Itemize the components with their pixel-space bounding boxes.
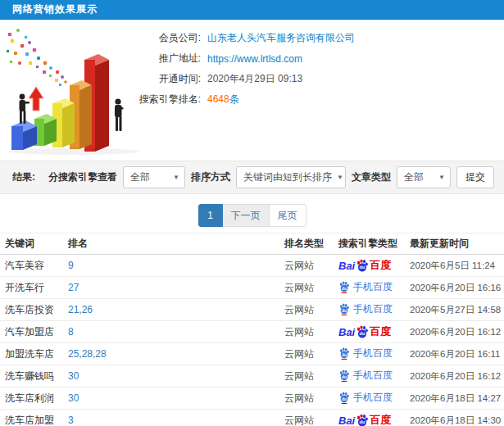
baidu-paw-icon: du	[356, 259, 369, 272]
engine-select-value: 全部	[130, 170, 150, 184]
promo-url-label: 推广地址:	[131, 52, 201, 66]
pagination: 1 下一页 尾页	[0, 204, 504, 227]
table-row: 洗车赚钱吗 30 云网站 Bai du 百度	[0, 365, 504, 387]
company-row: 会员公司: 山东老人头汽车服务咨询有限公司	[131, 28, 492, 48]
open-time-label: 开通时间:	[131, 72, 201, 86]
mobile-baidu-logo: du 手机百度	[338, 280, 393, 294]
promo-url-link[interactable]: https://www.lrtlsd.com	[207, 53, 302, 65]
engine-cell: Bai du 百度	[334, 410, 410, 426]
page-1-button[interactable]: 1	[198, 204, 223, 227]
engine-rank-value: 4648条	[207, 93, 239, 106]
article-type-select[interactable]: 全部 ▼	[397, 166, 451, 188]
promo-url-row: 推广地址: https://www.lrtlsd.com	[131, 48, 492, 69]
bar-blue	[11, 120, 37, 150]
businessman-right	[115, 98, 124, 131]
svg-text:du: du	[342, 397, 347, 401]
submit-button[interactable]: 提交	[456, 166, 494, 188]
keyword-cell: 洗车店投资	[0, 299, 68, 321]
app-header: 网络营销效果展示	[0, 0, 504, 20]
baidu-logo: Bai du 百度	[338, 324, 391, 339]
table-row: 洗车店投资 21,26 云网站 Bai du 百度	[0, 299, 504, 321]
rank-cell[interactable]: 9	[68, 255, 284, 277]
last-page-button[interactable]: 尾页	[269, 204, 306, 227]
mobile-baidu-paw-icon: du	[338, 347, 350, 360]
engine-cell: Bai du 百度	[334, 321, 410, 343]
rank-type-cell: 云网站	[284, 365, 334, 387]
results-label: 结果:	[12, 170, 35, 184]
rank-cell[interactable]: 3	[68, 410, 284, 426]
rank-cell[interactable]: 27	[68, 277, 284, 299]
table-header-row: 关键词 排名 排名类型 搜索引擎类型 最新更新时间	[0, 233, 504, 255]
filter-bar: 结果: 分搜索引擎查看 全部 ▼ 排序方式 关键词由短到长排序 ▼ 文章类型 全…	[0, 161, 504, 194]
rank-cell[interactable]: 30	[68, 365, 284, 387]
chevron-down-icon: ▼	[438, 174, 445, 181]
updated-cell: 2020年6月20日 16:16	[410, 277, 504, 299]
rank-type-cell: 云网站	[284, 299, 334, 321]
rank-type-cell: 云网站	[284, 255, 334, 277]
updated-cell: 2020年6月20日 16:11	[410, 343, 504, 365]
engine-rank-row: 搜索引擎排名: 4648条	[131, 89, 492, 110]
mobile-baidu-logo: du 手机百度	[338, 391, 393, 405]
sort-select[interactable]: 关键词由短到长排序 ▼	[236, 166, 346, 188]
mobile-baidu-paw-icon: du	[338, 369, 350, 382]
sort-filter-label: 排序方式	[191, 170, 230, 184]
svg-text:du: du	[360, 419, 366, 424]
rank-type-cell: 云网站	[284, 387, 334, 410]
engine-cell: Bai du 百度	[334, 277, 410, 299]
rank-type-cell: 云网站	[284, 410, 334, 426]
article-type-select-value: 全部	[404, 170, 424, 184]
up-arrow-icon	[29, 87, 43, 111]
header-rank: 排名	[68, 233, 284, 255]
rank-cell[interactable]: 30	[68, 387, 284, 410]
growth-chart-illustration	[0, 23, 152, 157]
keyword-cell: 汽车美容	[0, 255, 68, 277]
rank-cell[interactable]: 8	[68, 321, 284, 343]
page: 网络营销效果展示	[0, 0, 504, 426]
company-link[interactable]: 山东老人头汽车服务咨询有限公司	[207, 31, 355, 45]
keyword-cell: 开洗车行	[0, 277, 68, 299]
updated-cell: 2020年6月18日 14:30	[410, 410, 504, 426]
svg-text:du: du	[342, 286, 347, 290]
svg-text:du: du	[360, 265, 366, 270]
confetti-dots	[7, 29, 67, 86]
svg-text:du: du	[342, 308, 347, 312]
keyword-cell: 汽车加盟店	[0, 321, 68, 343]
chevron-down-icon: ▼	[337, 174, 343, 181]
keyword-cell: 洗车店利润	[0, 387, 68, 410]
engine-cell: Bai du 百度	[334, 299, 410, 321]
table-row: 洗车店加盟 3 云网站 Bai du 百度	[0, 410, 504, 426]
keyword-rank-table: 关键词 排名 排名类型 搜索引擎类型 最新更新时间 汽车美容 9 云网站 Bai	[0, 233, 504, 426]
rank-type-cell: 云网站	[284, 343, 334, 365]
table-row: 汽车美容 9 云网站 Bai du 百度	[0, 255, 504, 277]
header-keyword: 关键词	[0, 233, 68, 255]
svg-text:du: du	[342, 374, 347, 378]
header-engine-type: 搜索引擎类型	[334, 233, 410, 255]
engine-select[interactable]: 全部 ▼	[123, 166, 185, 188]
header-rank-type: 排名类型	[284, 233, 334, 255]
svg-text:du: du	[342, 352, 347, 356]
keyword-cell: 洗车赚钱吗	[0, 365, 68, 387]
mobile-baidu-paw-icon: du	[338, 303, 350, 315]
updated-cell: 2020年6月5日 11:24	[410, 255, 504, 277]
baidu-paw-icon: du	[356, 414, 369, 426]
baidu-logo: Bai du 百度	[338, 258, 391, 273]
mobile-baidu-paw-icon: du	[338, 281, 350, 293]
member-info: 会员公司: 山东老人头汽车服务咨询有限公司 推广地址: https://www.…	[131, 28, 492, 110]
engine-cell: Bai du 百度	[334, 255, 410, 277]
next-page-button[interactable]: 下一页	[222, 204, 270, 227]
businessman-left	[20, 94, 30, 124]
engine-cell: Bai du 百度	[334, 387, 410, 410]
rank-type-cell: 云网站	[284, 321, 334, 343]
page-title: 网络营销效果展示	[12, 2, 98, 16]
table-row: 开洗车行 27 云网站 Bai du 百度	[0, 277, 504, 299]
table-row: 加盟洗车店 25,28,28 云网站 Bai du 百度	[0, 343, 504, 365]
rank-cell[interactable]: 25,28,28	[68, 343, 284, 365]
rank-cell[interactable]: 21,26	[68, 299, 284, 321]
rank-unit: 条	[229, 93, 239, 105]
company-label: 会员公司:	[131, 31, 201, 45]
engine-rank-label: 搜索引擎排名:	[131, 93, 201, 106]
sort-select-value: 关键词由短到长排序	[243, 170, 332, 184]
rank-type-cell: 云网站	[284, 277, 334, 299]
filter-controls: 分搜索引擎查看 全部 ▼ 排序方式 关键词由短到长排序 ▼ 文章类型 全部 ▼ …	[48, 166, 494, 188]
svg-text:du: du	[360, 331, 366, 336]
